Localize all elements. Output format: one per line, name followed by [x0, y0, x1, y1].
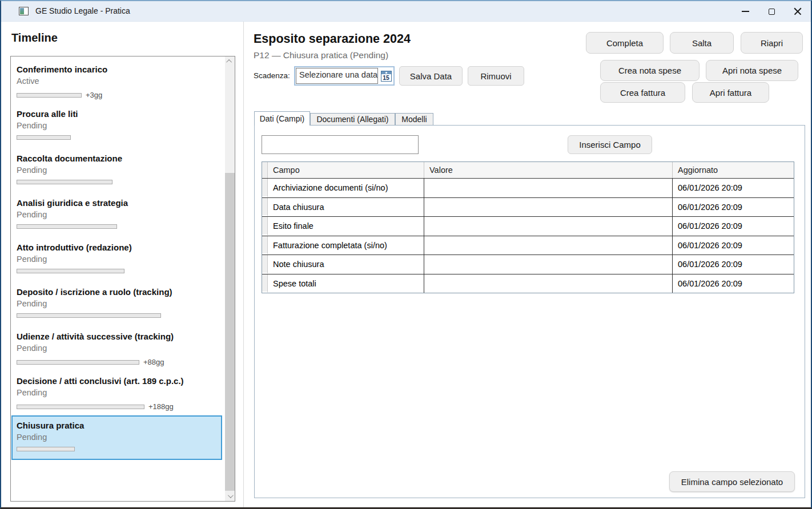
scroll-down-button[interactable]	[225, 491, 235, 501]
table-row[interactable]: Archiviazione documenti (si/no) 06/01/20…	[262, 179, 794, 198]
cell-campo[interactable]: Note chiusura	[268, 255, 424, 274]
riapri-button[interactable]: Riapri	[741, 32, 803, 54]
cell-aggiornato[interactable]: 06/01/2026 20:09	[673, 274, 794, 293]
scadenza-label: Scadenza:	[254, 71, 290, 80]
timeline-item-extra-days: +88gg	[143, 358, 164, 366]
minimize-button[interactable]	[732, 1, 758, 22]
new-field-input[interactable]	[262, 135, 419, 154]
fields-table-body: Archiviazione documenti (si/no) 06/01/20…	[262, 179, 794, 293]
timeline-item-title: Deposito / iscrizione a ruolo (tracking)	[17, 286, 218, 297]
table-row[interactable]: Data chiusura 06/01/2026 20:09	[262, 198, 794, 217]
app-icon	[19, 7, 29, 15]
timeline-item-title: Raccolta documentazione	[17, 153, 218, 164]
maximize-icon	[769, 9, 775, 15]
row-header-stripe[interactable]	[262, 198, 268, 217]
window-controls	[732, 1, 811, 22]
cell-campo[interactable]: Esito finale	[268, 217, 424, 236]
cell-valore[interactable]	[424, 236, 673, 255]
timeline-item[interactable]: Decisione / atti conclusivi (art. 189 c.…	[11, 371, 222, 415]
timeline-item-progressbar	[17, 224, 117, 229]
scrollbar-thumb[interactable]	[225, 173, 235, 491]
cell-valore[interactable]	[424, 179, 673, 197]
apri-fattura-button[interactable]: Apri fattura	[692, 82, 769, 103]
scroll-up-button[interactable]	[225, 56, 235, 66]
close-button[interactable]	[785, 1, 811, 22]
tab-documenti-allegati[interactable]: Documenti (Allegati)	[310, 113, 395, 126]
timeline-item-progressbar	[17, 135, 71, 140]
cell-campo[interactable]: Data chiusura	[268, 198, 424, 217]
cell-valore[interactable]	[424, 217, 673, 236]
completa-button[interactable]: Completa	[586, 32, 664, 54]
timeline-item[interactable]: Udienze / attività successive (tracking)…	[11, 326, 222, 371]
timeline-item[interactable]: Procura alle liti Pending	[11, 104, 222, 148]
timeline-item-status: Pending	[17, 387, 218, 398]
datepicker-calendar-button[interactable]: 15	[379, 67, 393, 84]
timeline-item-progressbar	[17, 269, 124, 273]
timeline-item[interactable]: Raccolta documentazione Pending	[11, 148, 222, 193]
cell-aggiornato[interactable]: 06/01/2026 20:09	[673, 217, 794, 236]
inserisci-campo-button[interactable]: Inserisci Campo	[568, 135, 652, 154]
cell-valore[interactable]	[424, 198, 673, 217]
apri-nota-spese-button[interactable]: Apri nota spese	[706, 60, 798, 81]
timeline-item[interactable]: Chiusura pratica Pending	[11, 415, 222, 460]
sidebar-divider	[243, 22, 244, 509]
row-header-stripe[interactable]	[262, 217, 268, 236]
maximize-button[interactable]	[758, 1, 785, 22]
cell-aggiornato[interactable]: 06/01/2026 20:09	[673, 255, 794, 274]
crea-nota-spese-button[interactable]: Crea nota spese	[600, 60, 700, 81]
crea-fattura-button[interactable]: Crea fattura	[600, 82, 685, 103]
timeline-item-status: Pending	[17, 432, 218, 443]
timeline-item-title: Conferimento incarico	[17, 64, 218, 75]
timeline-item[interactable]: Analisi giuridica e strategia Pending	[11, 193, 222, 237]
table-row[interactable]: Spese totali 06/01/2026 20:09	[262, 274, 794, 293]
cell-aggiornato[interactable]: 06/01/2026 20:09	[673, 236, 794, 255]
calendar-icon: 15	[381, 71, 392, 82]
timeline-scrollbar[interactable]	[225, 56, 235, 501]
timeline-item-status: Active	[17, 76, 218, 87]
cell-valore[interactable]	[424, 255, 673, 274]
timeline-item-status: Pending	[17, 120, 218, 131]
chevron-up-icon	[226, 59, 232, 65]
titlebar: GE Studio Legale - Pratica	[1, 1, 811, 22]
timeline-item[interactable]: Atto introduttivo (redazione) Pending	[11, 237, 222, 282]
cell-aggiornato[interactable]: 06/01/2026 20:09	[673, 179, 794, 197]
table-row[interactable]: Fatturazione completata (si/no) 06/01/20…	[262, 236, 794, 256]
cell-campo[interactable]: Fatturazione completata (si/no)	[268, 236, 424, 255]
timeline-item-progressbar	[17, 405, 144, 409]
cell-campo[interactable]: Archiviazione documenti (si/no)	[268, 179, 424, 197]
timeline-item[interactable]: Conferimento incarico Active +3gg	[11, 59, 222, 104]
column-header-campo[interactable]: Campo	[268, 162, 424, 178]
column-header-valore[interactable]: Valore	[424, 162, 673, 178]
timeline-item-progressbar	[17, 313, 161, 318]
rimuovi-button[interactable]: Rimuovi	[468, 66, 524, 86]
cell-valore[interactable]	[424, 274, 673, 293]
table-corner-cell	[262, 162, 268, 178]
row-header-stripe[interactable]	[262, 274, 268, 293]
column-header-aggiornato[interactable]: Aggiornato	[673, 162, 794, 178]
salta-button[interactable]: Salta	[670, 32, 734, 54]
timeline-heading: Timeline	[11, 31, 58, 45]
page-subtitle: P12 — Chiusura pratica (Pending)	[254, 50, 388, 60]
timeline-item-status: Pending	[17, 209, 218, 220]
page-title: Esposito separazione 2024	[254, 32, 411, 46]
table-row[interactable]: Esito finale 06/01/2026 20:09	[262, 217, 794, 236]
datepicker-placeholder[interactable]: Selezionare una data	[296, 68, 378, 84]
scadenza-datepicker[interactable]: Selezionare una data 15	[294, 66, 395, 86]
row-header-stripe[interactable]	[262, 179, 268, 197]
cell-campo[interactable]: Spese totali	[268, 274, 424, 293]
row-header-stripe[interactable]	[262, 255, 268, 274]
tab-dati-campi[interactable]: Dati (Campi)	[254, 111, 310, 126]
row-header-stripe[interactable]	[262, 236, 268, 255]
elimina-campo-button[interactable]: Elimina campo selezionato	[669, 471, 795, 492]
tab-modelli[interactable]: Modelli	[395, 113, 433, 126]
timeline-item-status: Pending	[17, 298, 218, 309]
timeline-item[interactable]: Deposito / iscrizione a ruolo (tracking)…	[11, 282, 222, 326]
timeline-item-status: Pending	[17, 343, 218, 354]
timeline-item-progressbar	[17, 447, 75, 451]
cell-aggiornato[interactable]: 06/01/2026 20:09	[673, 198, 794, 217]
chevron-down-icon	[228, 492, 234, 498]
table-row[interactable]: Note chiusura 06/01/2026 20:09	[262, 255, 794, 274]
timeline-item-progressbar	[17, 93, 82, 98]
salva-data-button[interactable]: Salva Data	[399, 66, 463, 86]
timeline-list-items: Conferimento incarico Active +3gg Procur…	[11, 59, 221, 460]
